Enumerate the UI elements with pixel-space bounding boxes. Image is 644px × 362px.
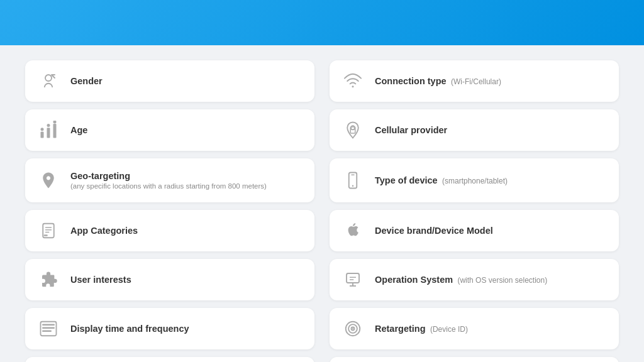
header — [0, 0, 644, 45]
svg-point-6 — [47, 124, 50, 127]
svg-point-1 — [352, 85, 354, 87]
svg-rect-23 — [42, 327, 55, 329]
card-label-app-categories: App Categories — [70, 226, 138, 236]
card-white-black-lists: White and Black lists(SSPs, Device IDs, … — [330, 357, 619, 362]
card-retargeting: Retargeting (Device ID) — [330, 308, 619, 349]
cards-grid: GenderConnection type (Wi-Fi/Cellular)Ag… — [0, 45, 644, 362]
card-gender: Gender — [25, 60, 314, 102]
os-icon — [341, 268, 365, 292]
svg-point-10 — [352, 185, 354, 187]
wifi-icon — [341, 69, 365, 93]
card-age: Age — [25, 109, 314, 151]
card-label-display-time: Display time and frequency — [70, 324, 189, 334]
card-cellular-provider: Cellular provider — [330, 109, 619, 151]
svg-point-0 — [45, 75, 52, 81]
svg-point-5 — [41, 128, 44, 131]
puzzle-icon — [36, 268, 60, 292]
card-geo-targeting: Geo-targeting(any specific locations wit… — [25, 158, 314, 202]
svg-rect-16 — [44, 234, 48, 236]
svg-point-7 — [53, 121, 57, 123]
card-small-connection-type: (Wi-Fi/Cellular) — [449, 77, 501, 86]
card-label-connection-type: Connection type (Wi-Fi/Cellular) — [375, 76, 501, 86]
card-label-gender: Gender — [70, 76, 103, 86]
retarget-icon — [341, 317, 365, 341]
device-icon — [341, 168, 365, 192]
card-label-type-of-device: Type of device (smartphone/tablet) — [375, 175, 508, 185]
svg-point-29 — [352, 328, 353, 329]
card-label-cellular-provider: Cellular provider — [375, 125, 447, 135]
card-operation-system: Operation System (with OS version select… — [330, 259, 619, 300]
app-icon — [36, 219, 60, 243]
card-label-operation-system: Operation System (with OS version select… — [375, 275, 547, 285]
svg-rect-3 — [47, 128, 50, 138]
card-label-user-interests: User interests — [70, 275, 131, 285]
card-label-retargeting: Retargeting (Device ID) — [375, 324, 468, 334]
card-small-operation-system: (with OS version selection) — [455, 276, 547, 285]
svg-rect-4 — [53, 124, 57, 138]
card-traffic-type: Traffic type (In-App) — [25, 357, 314, 362]
card-small-type-of-device: (smartphone/tablet) — [440, 177, 508, 185]
card-small-retargeting: (Device ID) — [428, 325, 468, 334]
svg-rect-17 — [347, 273, 359, 283]
svg-rect-24 — [42, 331, 52, 332]
card-display-time: Display time and frequency — [25, 308, 314, 349]
svg-rect-22 — [42, 324, 55, 326]
card-sub-geo-targeting: (any specific locations with a radius st… — [70, 182, 267, 190]
card-app-categories: App Categories — [25, 210, 314, 251]
card-device-brand: Device brand/Device Model — [330, 210, 619, 251]
cellular-icon — [341, 118, 365, 142]
svg-rect-2 — [41, 132, 44, 138]
card-label-age: Age — [70, 125, 87, 135]
geo-icon — [36, 168, 60, 192]
card-user-interests: User interests — [25, 259, 314, 300]
card-label-device-brand: Device brand/Device Model — [375, 226, 493, 236]
card-connection-type: Connection type (Wi-Fi/Cellular) — [330, 60, 619, 102]
card-type-of-device: Type of device (smartphone/tablet) — [330, 158, 619, 202]
card-label-geo-targeting: Geo-targeting — [70, 171, 267, 181]
timer-icon — [36, 317, 60, 341]
age-icon — [36, 118, 60, 142]
gender-icon — [36, 69, 60, 93]
apple-icon — [341, 219, 365, 243]
